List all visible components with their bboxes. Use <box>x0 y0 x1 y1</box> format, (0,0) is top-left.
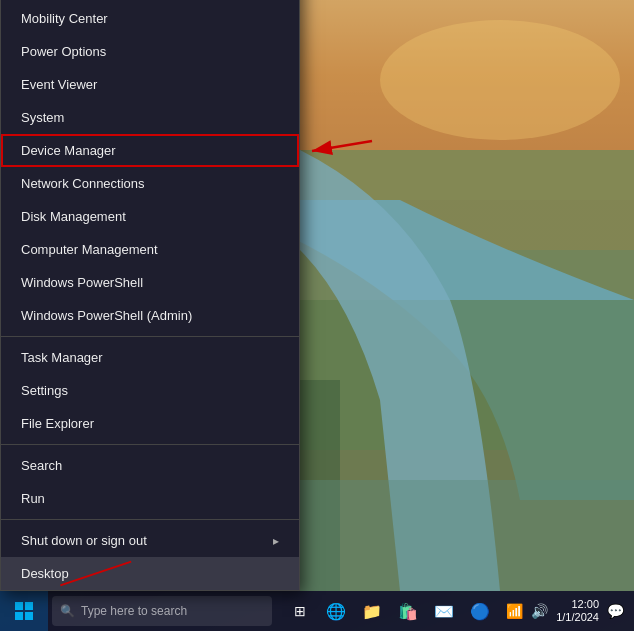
taskbar-icon-mail[interactable]: ✉️ <box>428 595 460 627</box>
menu-item-task-manager[interactable]: Task Manager <box>1 341 299 374</box>
submenu-arrow-icon: ▸ <box>273 534 279 548</box>
menu-item-search[interactable]: Search <box>1 449 299 482</box>
taskbar-middle-icons: ⊞ 🌐 📁 🛍️ ✉️ 🔵 <box>284 595 496 627</box>
volume-icon[interactable]: 🔊 <box>531 603 548 619</box>
menu-item-system[interactable]: System <box>1 101 299 134</box>
menu-item-run[interactable]: Run <box>1 482 299 515</box>
red-arrow-annotation <box>292 131 382 171</box>
menu-item-computer-management[interactable]: Computer Management <box>1 233 299 266</box>
menu-item-mobility-center[interactable]: Mobility Center <box>1 2 299 35</box>
svg-rect-12 <box>25 602 33 610</box>
notification-icon[interactable]: 💬 <box>607 603 624 619</box>
system-tray: 📶 🔊 12:00 1/1/2024 💬 <box>506 598 634 624</box>
menu-item-windows-powershell-admin[interactable]: Windows PowerShell (Admin) <box>1 299 299 332</box>
svg-line-10 <box>60 562 131 586</box>
svg-rect-13 <box>15 612 23 620</box>
menu-divider-1 <box>1 336 299 337</box>
svg-rect-11 <box>15 602 23 610</box>
svg-rect-14 <box>25 612 33 620</box>
clock[interactable]: 12:00 1/1/2024 <box>556 598 599 624</box>
menu-divider-2 <box>1 444 299 445</box>
taskbar-icon-file-explorer[interactable]: 📁 <box>356 595 388 627</box>
menu-item-settings[interactable]: Settings <box>1 374 299 407</box>
menu-item-network-connections[interactable]: Network Connections <box>1 167 299 200</box>
menu-item-desktop[interactable]: Desktop <box>1 557 299 590</box>
search-bar[interactable]: 🔍 Type here to search <box>52 596 272 626</box>
desktop: 📄 🖼️ 💙 📁 🔵 📋 Apps and Features Mobility … <box>0 0 634 631</box>
windows-logo-icon <box>15 602 33 620</box>
taskbar-icon-store[interactable]: 🛍️ <box>392 595 424 627</box>
context-menu: Apps and Features Mobility Center Power … <box>0 0 300 591</box>
search-placeholder: Type here to search <box>81 604 187 618</box>
taskbar-icon-chrome[interactable]: 🔵 <box>464 595 496 627</box>
menu-item-event-viewer[interactable]: Event Viewer <box>1 68 299 101</box>
menu-item-disk-management[interactable]: Disk Management <box>1 200 299 233</box>
search-icon: 🔍 <box>60 604 75 618</box>
taskbar-icon-edge[interactable]: 🌐 <box>320 595 352 627</box>
start-button[interactable] <box>0 591 48 631</box>
menu-item-power-options[interactable]: Power Options <box>1 35 299 68</box>
menu-item-device-manager[interactable]: Device Manager <box>1 134 299 167</box>
menu-item-windows-powershell[interactable]: Windows PowerShell <box>1 266 299 299</box>
menu-item-shut-down[interactable]: Shut down or sign out ▸ <box>1 524 299 557</box>
menu-divider-3 <box>1 519 299 520</box>
network-icon[interactable]: 📶 <box>506 603 523 619</box>
menu-item-file-explorer[interactable]: File Explorer <box>1 407 299 440</box>
taskbar: 🔍 Type here to search ⊞ 🌐 📁 🛍️ ✉️ 🔵 📶 🔊 … <box>0 591 634 631</box>
svg-point-6 <box>380 20 620 140</box>
taskbar-icon-task-view[interactable]: ⊞ <box>284 595 316 627</box>
